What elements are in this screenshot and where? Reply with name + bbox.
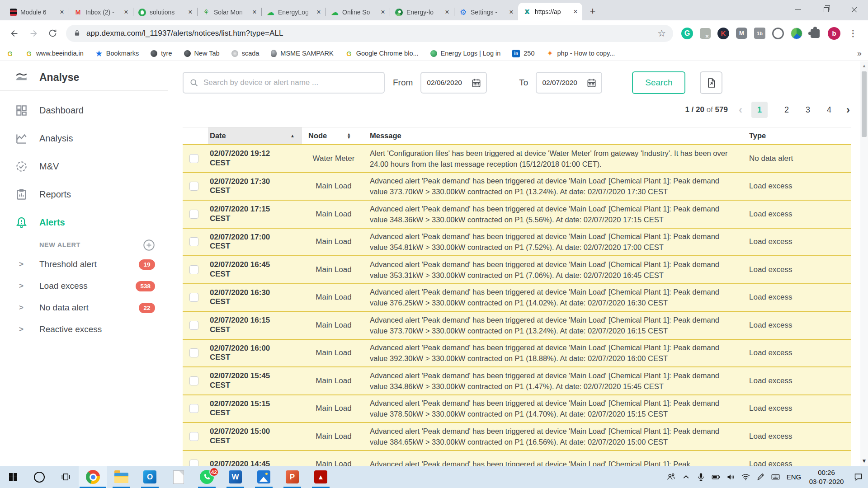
sidebar-alert-type[interactable]: No data alert 22 <box>0 297 168 319</box>
tab-close-icon[interactable] <box>571 8 580 16</box>
scroll-down-icon[interactable] <box>862 458 867 464</box>
row-checkbox[interactable] <box>189 210 198 219</box>
language-indicator[interactable]: ENG <box>783 473 805 481</box>
column-header-type[interactable]: Type <box>747 131 851 140</box>
column-header-message[interactable]: Message <box>365 131 747 140</box>
column-header-node[interactable]: Node ▲▼ <box>302 131 365 140</box>
alert-table-row[interactable]: 02/07/2020 16:30 CEST Main Load Advanced… <box>183 284 851 312</box>
sidebar-item-reports[interactable]: Reports <box>0 180 168 208</box>
page-button[interactable]: 2 <box>784 105 789 115</box>
bookmark-star-icon[interactable] <box>657 28 666 39</box>
bookmark-item[interactable]: tyre <box>151 50 172 57</box>
bookmark-item[interactable]: php - How to copy... <box>547 50 615 57</box>
previous-page-icon[interactable] <box>739 103 742 116</box>
action-center-button[interactable] <box>848 466 868 488</box>
bookmark-item[interactable]: New Tab <box>184 50 220 57</box>
microphone-tray-icon[interactable] <box>693 466 708 488</box>
pen-tray-icon[interactable] <box>753 466 768 488</box>
close-window-button[interactable] <box>840 0 868 19</box>
people-tray-icon[interactable] <box>664 466 679 488</box>
bookmark-item[interactable]: Google Chrome blo... <box>345 50 419 57</box>
bookmark-item[interactable]: scada <box>231 50 259 57</box>
bookmarks-overflow-icon[interactable] <box>857 49 862 58</box>
battery-tray-icon[interactable] <box>708 466 723 488</box>
ring-extension-icon[interactable] <box>772 28 784 39</box>
tab-close-icon[interactable] <box>186 8 194 16</box>
alert-table-row[interactable]: 02/07/2020 17:00 CEST Main Load Advanced… <box>183 229 851 257</box>
taskbar-app-whatsapp[interactable]: 42 <box>193 466 221 488</box>
add-alert-plus-icon[interactable] <box>143 239 155 251</box>
bookmark-item[interactable] <box>6 50 14 57</box>
bookmark-item[interactable]: Energy Logs | Log in <box>430 50 501 57</box>
bookmark-item[interactable]: MSME SAMPARK <box>271 50 333 57</box>
hidden-icons-chevron-icon[interactable] <box>679 466 693 488</box>
alert-table-row[interactable]: 02/07/2020 15:00 CEST Main Load Advanced… <box>183 423 851 451</box>
taskbar-app-photos[interactable] <box>250 466 278 488</box>
alert-table-row[interactable]: 02/07/2020 17:15 CEST Main Load Advanced… <box>183 201 851 229</box>
row-checkbox[interactable] <box>189 432 198 441</box>
search-input[interactable] <box>203 78 378 87</box>
taskbar-app-powerpoint[interactable]: P <box>278 466 307 488</box>
taskbar-clock[interactable]: 00:26 03-07-2020 <box>805 468 848 486</box>
bookmark-item[interactable]: www.beeindia.in <box>25 50 84 57</box>
browser-tab[interactable]: Settings - <box>454 4 518 20</box>
onetab-extension-icon[interactable] <box>754 28 765 39</box>
row-checkbox[interactable] <box>189 404 198 413</box>
row-checkbox[interactable] <box>189 376 198 385</box>
reload-button[interactable] <box>43 24 61 42</box>
to-date-box[interactable] <box>536 72 602 94</box>
touch-keyboard-tray-icon[interactable] <box>768 466 783 488</box>
tab-close-icon[interactable] <box>122 8 130 16</box>
browser-tab[interactable]: Online So <box>326 4 390 20</box>
mail-extension-icon[interactable] <box>736 28 747 39</box>
row-checkbox[interactable] <box>189 460 198 466</box>
new-alert-row[interactable]: NEW ALERT <box>0 236 168 253</box>
page-scrollbar[interactable] <box>860 61 868 466</box>
taskbar-app-word[interactable]: W <box>221 466 250 488</box>
sidebar-item-alerts[interactable]: Alerts <box>0 208 168 236</box>
sidebar-item-analysis[interactable]: Analysis <box>0 124 168 152</box>
sidebar-alert-type[interactable]: Load excess 538 <box>0 275 168 297</box>
k-extension-icon[interactable] <box>717 28 729 39</box>
from-date-box[interactable] <box>420 72 487 94</box>
scrollbar-thumb[interactable] <box>862 71 867 137</box>
taskbar-app-notepad[interactable] <box>164 466 193 488</box>
browser-tab[interactable]: Solar Mon <box>197 4 261 20</box>
wifi-tray-icon[interactable] <box>738 466 753 488</box>
alert-table-row[interactable]: 02/07/2020 16:15 CEST Main Load Advanced… <box>183 312 851 340</box>
task-view-button[interactable] <box>52 466 79 488</box>
restore-button[interactable] <box>812 0 840 19</box>
tab-close-icon[interactable] <box>250 8 259 16</box>
sidebar-item-mv[interactable]: M&V <box>0 152 168 180</box>
sidebar-alert-type[interactable]: Threshold alert 19 <box>0 253 168 275</box>
to-date-input[interactable] <box>542 79 584 87</box>
page-button[interactable]: 3 <box>806 105 810 115</box>
tab-close-icon[interactable] <box>315 8 323 16</box>
extensions-puzzle-icon[interactable] <box>811 29 820 38</box>
sidebar-item-dashboard[interactable]: Dashboard <box>0 96 168 124</box>
idm-extension-icon[interactable] <box>791 28 802 39</box>
from-date-input[interactable] <box>427 79 468 87</box>
volume-tray-icon[interactable] <box>723 466 738 488</box>
forward-button[interactable] <box>24 24 42 42</box>
cortana-button[interactable] <box>26 466 52 488</box>
row-checkbox[interactable] <box>189 348 198 357</box>
bookmark-item[interactable]: 250 <box>512 50 534 57</box>
back-button[interactable] <box>5 24 24 42</box>
profile-avatar[interactable]: b <box>828 27 840 40</box>
scroll-up-icon[interactable] <box>862 63 867 68</box>
browser-tab[interactable]: Module 6 <box>5 4 69 20</box>
taskbar-app-acrobat[interactable]: ▲ <box>307 466 335 488</box>
alert-table-row[interactable]: 02/07/2020 15:45 CEST Main Load Advanced… <box>183 367 851 395</box>
url-bar[interactable]: app.dexma.com/l_11937/alerts/notices/lis… <box>66 25 673 42</box>
bookmark-item[interactable]: Bookmarks <box>95 50 139 57</box>
tab-close-icon[interactable] <box>443 8 451 16</box>
page-button[interactable]: 4 <box>827 105 831 115</box>
alert-table-row[interactable]: 02/07/2020 17:30 CEST Main Load Advanced… <box>183 173 851 201</box>
browser-tab[interactable]: https://ap <box>518 3 582 20</box>
tab-close-icon[interactable] <box>379 8 387 16</box>
search-button[interactable]: Search <box>632 71 685 94</box>
row-checkbox[interactable] <box>189 265 198 274</box>
alert-table-row[interactable]: 02/07/2020 15:15 CEST Main Load Advanced… <box>183 395 851 423</box>
next-page-icon[interactable] <box>846 103 850 116</box>
